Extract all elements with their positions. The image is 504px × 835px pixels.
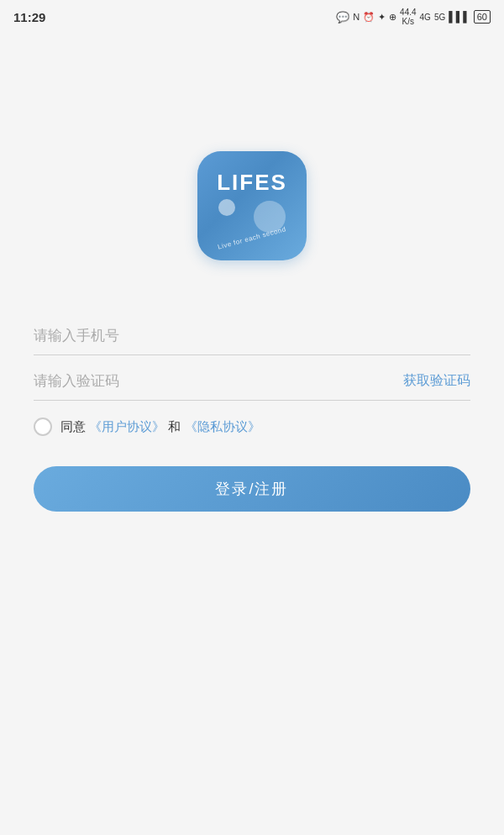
status-icons: 💬 N ⏰ ✦ ⊕ 44.4K/s 4G 5G ▌▌▌ 60 <box>336 8 491 26</box>
phone-input[interactable] <box>34 328 470 344</box>
get-code-button[interactable]: 获取验证码 <box>395 372 470 390</box>
form-section: 获取验证码 同意 《用户协议》 和 《隐私协议》 登录/注册 <box>34 328 470 512</box>
alarm-icon: ⏰ <box>363 12 375 23</box>
status-time: 11:29 <box>13 10 45 24</box>
privacy-agreement-link[interactable]: 《隐私协议》 <box>185 419 260 433</box>
phone-input-row <box>34 328 470 355</box>
agreement-text: 同意 《用户协议》 和 《隐私协议》 <box>60 419 260 435</box>
network-speed: 44.4K/s <box>400 8 416 26</box>
bubble-small <box>218 199 235 216</box>
code-input-row: 获取验证码 <box>34 372 470 401</box>
agree-prefix: 同意 <box>60 419 86 433</box>
login-button[interactable]: 登录/注册 <box>34 466 470 512</box>
app-logo: LIFES Live for each second <box>197 151 307 260</box>
logo-text: LIFES <box>217 170 287 196</box>
phone-input-group <box>34 328 470 355</box>
agreement-row: 同意 《用户协议》 和 《隐私协议》 <box>34 418 470 436</box>
code-input[interactable] <box>34 373 395 390</box>
nfc-icon: N <box>353 12 360 22</box>
signal-4g: 4G <box>420 13 431 22</box>
code-input-group: 获取验证码 <box>34 372 470 401</box>
battery: 60 <box>474 10 491 24</box>
charge-icon: ⊕ <box>389 12 396 23</box>
logo-section: LIFES Live for each second <box>197 151 307 260</box>
agreement-and: 和 <box>168 419 181 433</box>
signal-bars: ▌▌▌ <box>449 11 470 23</box>
message-icon: 💬 <box>336 11 349 24</box>
agreement-radio[interactable] <box>34 418 52 436</box>
status-bar: 11:29 💬 N ⏰ ✦ ⊕ 44.4K/s 4G 5G ▌▌▌ 60 <box>0 0 504 34</box>
main-content: LIFES Live for each second 获取验证码 <box>0 34 504 512</box>
bluetooth-icon: ✦ <box>378 12 386 23</box>
signal-5g: 5G <box>434 13 445 22</box>
user-agreement-link[interactable]: 《用户协议》 <box>89 419 165 433</box>
